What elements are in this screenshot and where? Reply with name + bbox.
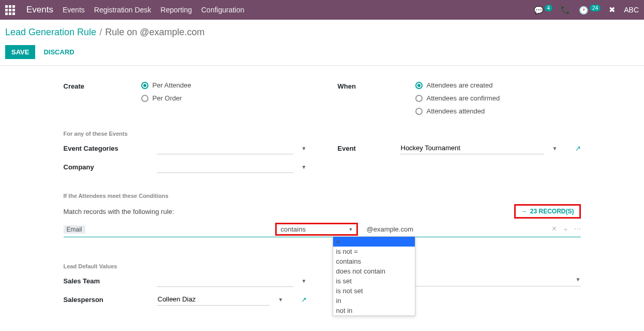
phone-icon[interactable]: 📞	[561, 5, 571, 15]
nav-reporting[interactable]: Reporting	[160, 6, 192, 14]
event-categories-row: Event Categories ▼	[64, 142, 307, 154]
create-options: Per Attendee Per Order	[141, 81, 307, 115]
debug-icon[interactable]: ✖	[609, 5, 616, 15]
breadcrumb-separator: /	[99, 27, 102, 38]
radio-icon	[141, 82, 148, 89]
events-left-col: Event Categories ▼ Company ▼	[64, 142, 307, 179]
defaults-left: Sales Team ▼ Salesperson ▼ ↗	[64, 275, 307, 312]
more-rule-icon[interactable]: ⋯	[574, 225, 581, 234]
events-section-title: For any of these Events	[64, 131, 581, 137]
chevron-down-icon: ▼	[552, 146, 558, 151]
sales-team-label: Sales Team	[64, 277, 141, 285]
company-row: Company ▼	[64, 161, 307, 173]
salesperson-row: Salesperson ▼ ↗	[64, 293, 307, 306]
radio-icon	[415, 108, 423, 115]
operator-option-is-not-set[interactable]: is not set	[333, 286, 415, 296]
operator-dropdown: = is not = contains does not contain is …	[333, 236, 415, 316]
company-input[interactable]	[157, 161, 293, 173]
when-option-label: Attendees attended	[427, 107, 485, 115]
company-label: Company	[64, 163, 141, 171]
match-records-text: Match records with the following rule:	[64, 208, 174, 215]
when-option-attended[interactable]: Attendees attended	[415, 107, 581, 115]
external-link-icon[interactable]: ↗	[575, 145, 581, 152]
create-when-row: Create Per Attendee Per Order When Atten…	[64, 81, 581, 115]
domain-rule-row: Email contains ▼ @example.com ✕ ＋ ⋯ = is…	[64, 223, 581, 237]
radio-icon	[415, 82, 423, 89]
arrow-right-icon: →	[521, 208, 527, 215]
save-button[interactable]: SAVE	[5, 45, 35, 59]
create-option-per-attendee[interactable]: Per Attendee	[141, 81, 307, 89]
breadcrumb: Lead Generation Rule / Rule on @example.…	[0, 20, 644, 43]
chevron-down-icon: ▼	[302, 146, 307, 151]
when-options: Attendees are created Attendees are conf…	[415, 81, 581, 115]
operator-option-not-contain[interactable]: does not contain	[333, 266, 415, 276]
when-option-created[interactable]: Attendees are created	[415, 81, 581, 89]
rule-operator-select[interactable]: contains ▼	[275, 223, 358, 236]
rule-value-input[interactable]: @example.com	[362, 225, 546, 233]
when-option-label: Attendees are confirmed	[427, 94, 500, 102]
records-count-label: 23 RECORD(S)	[530, 208, 574, 215]
nav-events[interactable]: Events	[63, 6, 85, 14]
operator-option-not-in[interactable]: not in	[333, 306, 415, 315]
chevron-down-icon: ▼	[349, 227, 353, 232]
discard-button[interactable]: DISCARD	[43, 48, 74, 56]
rule-field-chip[interactable]: Email	[64, 225, 85, 234]
event-categories-input[interactable]	[157, 142, 293, 154]
chevron-down-icon: ▼	[302, 278, 307, 284]
create-label: Create	[64, 81, 141, 115]
chevron-down-icon: ▼	[302, 164, 307, 170]
app-name[interactable]: Events	[26, 5, 53, 15]
create-option-label: Per Attendee	[153, 81, 191, 89]
when-option-label: Attendees are created	[427, 81, 493, 89]
topbar-right: 💬4 📞 🕐24 ✖ ABC	[534, 5, 639, 15]
when-label: When	[338, 81, 415, 115]
user-menu[interactable]: ABC	[624, 6, 639, 14]
create-group: Create Per Attendee Per Order	[64, 81, 307, 115]
operator-option-is-set[interactable]: is set	[333, 276, 415, 286]
activity-badge: 24	[590, 5, 601, 11]
add-rule-icon[interactable]: ＋	[562, 225, 569, 234]
radio-icon	[141, 95, 148, 102]
conditions-section-title: If the Attendees meet these Conditions	[64, 193, 581, 199]
activity-icon[interactable]: 🕐24	[579, 5, 601, 15]
operator-option-eq[interactable]: =	[333, 237, 415, 247]
external-link-icon[interactable]: ↗	[301, 296, 307, 304]
conditions-header: Match records with the following rule: →…	[64, 204, 581, 219]
chat-icon[interactable]: 💬4	[534, 5, 553, 15]
defaults-grid: Sales Team ▼ Salesperson ▼ ↗ Other ✕ ▼	[64, 275, 581, 312]
event-input[interactable]	[400, 142, 544, 154]
when-group: When Attendees are created Attendees are…	[338, 81, 581, 115]
rule-operator-value: contains	[281, 225, 306, 233]
rule-actions: ✕ ＋ ⋯	[551, 225, 581, 234]
operator-option-in[interactable]: in	[333, 296, 415, 306]
create-option-per-order[interactable]: Per Order	[141, 94, 307, 102]
event-categories-label: Event Categories	[64, 145, 141, 152]
topbar-left: Events Events Registration Desk Reportin…	[5, 5, 244, 15]
records-count-button[interactable]: → 23 RECORD(S)	[514, 204, 581, 219]
when-option-confirmed[interactable]: Attendees are confirmed	[415, 94, 581, 102]
event-row: Event ▼ ↗	[338, 142, 581, 154]
remove-rule-icon[interactable]: ✕	[551, 225, 557, 234]
nav-registration-desk[interactable]: Registration Desk	[94, 6, 152, 14]
topbar: Events Events Registration Desk Reportin…	[0, 0, 644, 20]
breadcrumb-current: Rule on @example.com	[105, 27, 204, 38]
chat-badge: 4	[545, 5, 553, 11]
apps-icon[interactable]	[5, 5, 15, 15]
defaults-section-title: Lead Default Values	[64, 263, 581, 269]
nav-configuration[interactable]: Configuration	[201, 6, 244, 14]
sales-team-row: Sales Team ▼	[64, 275, 307, 287]
salesperson-input[interactable]	[157, 293, 270, 306]
form-sheet: Create Per Attendee Per Order When Atten…	[43, 66, 602, 331]
event-label: Event	[338, 145, 384, 152]
breadcrumb-parent[interactable]: Lead Generation Rule	[5, 27, 96, 38]
operator-option-contains[interactable]: contains	[333, 256, 415, 266]
events-right-col: Event ▼ ↗	[338, 142, 581, 179]
chevron-down-icon: ▼	[278, 297, 283, 303]
action-bar: SAVE DISCARD	[0, 43, 644, 66]
sales-team-input[interactable]	[157, 275, 293, 287]
radio-icon	[415, 95, 423, 102]
chevron-down-icon: ▼	[576, 277, 581, 282]
create-option-label: Per Order	[153, 94, 182, 102]
events-fields: Event Categories ▼ Company ▼ Event ▼ ↗	[64, 142, 581, 179]
operator-option-neq[interactable]: is not =	[333, 247, 415, 256]
